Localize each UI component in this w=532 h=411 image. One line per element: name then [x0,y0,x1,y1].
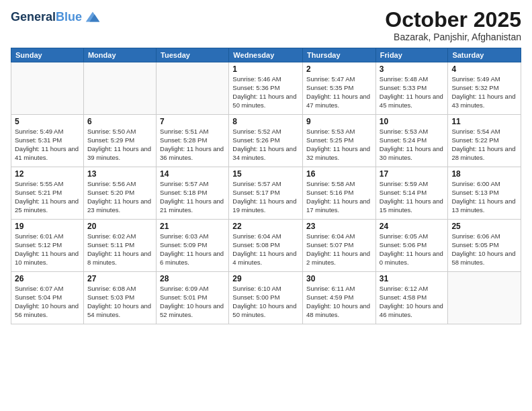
header: GeneralBlue October 2025 Bazarak, Panjsh… [11,8,521,42]
day-number: 10 [380,117,445,126]
day-number: 26 [15,274,80,283]
day-info: Sunrise: 6:04 AM Sunset: 5:07 PM Dayligh… [306,232,372,267]
day-cell: 1Sunrise: 5:46 AM Sunset: 5:36 PM Daylig… [229,62,303,115]
day-number: 5 [15,117,80,126]
day-cell: 18Sunrise: 6:00 AM Sunset: 5:13 PM Dayli… [448,167,521,220]
day-cell: 17Sunrise: 5:59 AM Sunset: 5:14 PM Dayli… [375,167,448,220]
week-row-5: 26Sunrise: 6:07 AM Sunset: 5:04 PM Dayli… [11,272,521,324]
day-cell: 6Sunrise: 5:50 AM Sunset: 5:29 PM Daylig… [83,115,156,167]
logo-blue: Blue [56,10,82,24]
day-info: Sunrise: 6:02 AM Sunset: 5:11 PM Dayligh… [87,232,152,267]
day-number: 27 [87,274,152,283]
day-info: Sunrise: 6:12 AM Sunset: 4:58 PM Dayligh… [380,285,445,319]
day-number: 1 [232,64,299,74]
day-info: Sunrise: 5:57 AM Sunset: 5:18 PM Dayligh… [160,180,225,214]
day-cell: 15Sunrise: 5:57 AM Sunset: 5:17 PM Dayli… [229,167,303,220]
day-info: Sunrise: 5:50 AM Sunset: 5:29 PM Dayligh… [87,128,152,162]
day-info: Sunrise: 5:47 AM Sunset: 5:35 PM Dayligh… [306,75,372,109]
calendar-subtitle: Bazarak, Panjshir, Afghanistan [385,32,521,42]
day-cell: 2Sunrise: 5:47 AM Sunset: 5:35 PM Daylig… [303,62,376,115]
day-number: 29 [232,274,299,283]
day-cell: 27Sunrise: 6:08 AM Sunset: 5:03 PM Dayli… [83,272,156,324]
header-wednesday: Wednesday [229,48,303,62]
day-number: 30 [306,274,372,283]
day-cell: 28Sunrise: 6:09 AM Sunset: 5:01 PM Dayli… [157,272,229,324]
day-number: 11 [451,117,517,126]
calendar-table: Sunday Monday Tuesday Wednesday Thursday… [11,48,521,324]
day-info: Sunrise: 6:00 AM Sunset: 5:13 PM Dayligh… [451,180,517,214]
day-number: 12 [15,169,80,179]
day-info: Sunrise: 6:05 AM Sunset: 5:06 PM Dayligh… [380,232,445,267]
page: GeneralBlue October 2025 Bazarak, Panjsh… [0,0,532,411]
header-sunday: Sunday [11,48,84,62]
day-number: 8 [232,117,299,126]
day-info: Sunrise: 6:07 AM Sunset: 5:04 PM Dayligh… [15,285,80,319]
day-cell: 9Sunrise: 5:53 AM Sunset: 5:25 PM Daylig… [303,115,376,167]
day-number: 31 [380,274,445,283]
day-number: 22 [232,222,299,231]
day-cell: 14Sunrise: 5:57 AM Sunset: 5:18 PM Dayli… [157,167,229,220]
day-info: Sunrise: 5:56 AM Sunset: 5:20 PM Dayligh… [87,180,152,214]
day-cell: 19Sunrise: 6:01 AM Sunset: 5:12 PM Dayli… [11,220,84,272]
logo-general: General [11,10,56,24]
day-number: 4 [451,64,517,74]
week-row-3: 12Sunrise: 5:55 AM Sunset: 5:21 PM Dayli… [11,167,521,220]
day-number: 23 [306,222,372,231]
day-cell: 4Sunrise: 5:49 AM Sunset: 5:32 PM Daylig… [448,62,521,115]
day-cell: 10Sunrise: 5:53 AM Sunset: 5:24 PM Dayli… [375,115,448,167]
day-cell: 16Sunrise: 5:58 AM Sunset: 5:16 PM Dayli… [303,167,376,220]
day-cell: 26Sunrise: 6:07 AM Sunset: 5:04 PM Dayli… [11,272,84,324]
day-number: 28 [160,274,225,283]
day-info: Sunrise: 5:57 AM Sunset: 5:17 PM Dayligh… [232,180,299,214]
day-info: Sunrise: 5:49 AM Sunset: 5:32 PM Dayligh… [451,75,517,109]
day-info: Sunrise: 6:10 AM Sunset: 5:00 PM Dayligh… [232,285,299,319]
day-info: Sunrise: 5:52 AM Sunset: 5:26 PM Dayligh… [232,128,299,162]
day-number: 16 [306,169,372,179]
day-cell: 29Sunrise: 6:10 AM Sunset: 5:00 PM Dayli… [229,272,303,324]
day-info: Sunrise: 5:48 AM Sunset: 5:33 PM Dayligh… [380,75,445,109]
day-number: 19 [15,222,80,231]
header-friday: Friday [375,48,448,62]
day-number: 14 [160,169,225,179]
day-cell: 12Sunrise: 5:55 AM Sunset: 5:21 PM Dayli… [11,167,84,220]
day-cell: 13Sunrise: 5:56 AM Sunset: 5:20 PM Dayli… [83,167,156,220]
day-cell: 23Sunrise: 6:04 AM Sunset: 5:07 PM Dayli… [303,220,376,272]
day-cell: 3Sunrise: 5:48 AM Sunset: 5:33 PM Daylig… [375,62,448,115]
day-info: Sunrise: 5:58 AM Sunset: 5:16 PM Dayligh… [306,180,372,214]
day-info: Sunrise: 6:11 AM Sunset: 4:59 PM Dayligh… [306,285,372,319]
day-info: Sunrise: 6:06 AM Sunset: 5:05 PM Dayligh… [451,232,517,267]
header-tuesday: Tuesday [157,48,229,62]
day-number: 13 [87,169,152,179]
day-info: Sunrise: 6:04 AM Sunset: 5:08 PM Dayligh… [232,232,299,267]
day-cell [11,62,84,115]
day-cell: 8Sunrise: 5:52 AM Sunset: 5:26 PM Daylig… [229,115,303,167]
day-cell: 20Sunrise: 6:02 AM Sunset: 5:11 PM Dayli… [83,220,156,272]
day-cell [448,272,521,324]
day-info: Sunrise: 5:46 AM Sunset: 5:36 PM Dayligh… [232,75,299,109]
day-number: 9 [306,117,372,126]
calendar-title: October 2025 [385,8,521,32]
day-cell: 21Sunrise: 6:03 AM Sunset: 5:09 PM Dayli… [157,220,229,272]
day-info: Sunrise: 6:03 AM Sunset: 5:09 PM Dayligh… [160,232,225,267]
title-area: October 2025 Bazarak, Panjshir, Afghanis… [385,8,521,42]
day-number: 21 [160,222,225,231]
day-cell: 24Sunrise: 6:05 AM Sunset: 5:06 PM Dayli… [375,220,448,272]
day-number: 18 [451,169,517,179]
weekday-header-row: Sunday Monday Tuesday Wednesday Thursday… [11,48,521,62]
day-cell: 30Sunrise: 6:11 AM Sunset: 4:59 PM Dayli… [303,272,376,324]
week-row-4: 19Sunrise: 6:01 AM Sunset: 5:12 PM Dayli… [11,220,521,272]
day-cell [157,62,229,115]
day-number: 25 [451,222,517,231]
day-cell: 31Sunrise: 6:12 AM Sunset: 4:58 PM Dayli… [375,272,448,324]
week-row-1: 1Sunrise: 5:46 AM Sunset: 5:36 PM Daylig… [11,62,521,115]
day-info: Sunrise: 5:59 AM Sunset: 5:14 PM Dayligh… [380,180,445,214]
day-number: 20 [87,222,152,231]
header-thursday: Thursday [303,48,376,62]
day-info: Sunrise: 6:08 AM Sunset: 5:03 PM Dayligh… [87,285,152,319]
day-cell: 22Sunrise: 6:04 AM Sunset: 5:08 PM Dayli… [229,220,303,272]
day-cell: 5Sunrise: 5:49 AM Sunset: 5:31 PM Daylig… [11,115,84,167]
day-info: Sunrise: 5:51 AM Sunset: 5:28 PM Dayligh… [160,128,225,162]
header-saturday: Saturday [448,48,521,62]
day-info: Sunrise: 5:49 AM Sunset: 5:31 PM Dayligh… [15,128,80,162]
logo-icon [83,8,102,27]
